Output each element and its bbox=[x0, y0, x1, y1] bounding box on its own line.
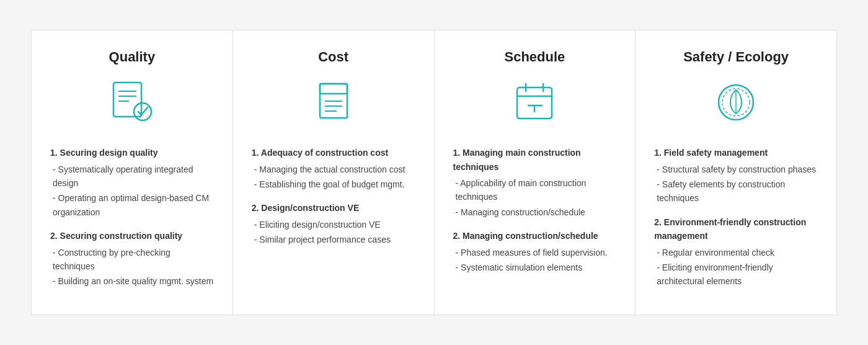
cost-section-2-title: 2. Design/construction VE bbox=[252, 201, 415, 215]
main-container: Quality 1. Securing design quality- Syst… bbox=[31, 30, 837, 315]
quality-title: Quality bbox=[50, 49, 214, 65]
quality-content: 1. Securing design quality- Systematical… bbox=[50, 146, 214, 290]
safety-section-1-title: 1. Field safety management bbox=[654, 146, 818, 159]
cost-section-1-bullet-1: - Managing the actual construction cost bbox=[252, 163, 415, 176]
cost-title: Cost bbox=[252, 49, 415, 65]
cost-content: 1. Adequacy of construction cost- Managi… bbox=[252, 146, 415, 248]
schedule-section-1-bullet-2: - Managing construction/schedule bbox=[453, 205, 617, 219]
schedule-title: Schedule bbox=[453, 49, 617, 65]
quality-section-2-bullet-2: - Building an on-site quality mgmt. syst… bbox=[50, 274, 214, 288]
svg-rect-0 bbox=[113, 83, 141, 117]
schedule-section-2-bullet-1: - Phased measures of field supervision. bbox=[453, 246, 617, 259]
schedule-section-2-bullet-2: - Systematic simulation elements bbox=[453, 261, 617, 274]
cost-section-2-bullet-1: - Eliciting design/construction VE bbox=[252, 218, 415, 231]
cost-section-1-bullet-2: - Establishing the goal of budget mgmt. bbox=[252, 177, 415, 191]
quality-section-1-bullet-2: - Operating an optimal design-based CM o… bbox=[50, 191, 214, 219]
safety-section-2-bullet-1: - Regular environmental check bbox=[654, 246, 818, 259]
quality-section-1-bullet-1: - Systematically operating integrated de… bbox=[50, 163, 214, 190]
safety-section-2-bullet-2: - Eliciting environment-friendly archite… bbox=[654, 261, 818, 289]
column-safety: Safety / Ecology 1. Field safety managem… bbox=[636, 30, 836, 315]
safety-title: Safety / Ecology bbox=[654, 49, 818, 65]
quality-section-1-title: 1. Securing design quality bbox=[50, 146, 214, 159]
schedule-icon bbox=[453, 78, 617, 127]
schedule-section-2-title: 2. Managing construction/schedule bbox=[453, 229, 617, 243]
schedule-section-1-title: 1. Managing main construction techniques bbox=[453, 146, 617, 174]
svg-point-4 bbox=[134, 103, 151, 120]
quality-icon bbox=[50, 78, 214, 127]
cost-icon bbox=[252, 78, 415, 127]
quality-section-2-bullet-1: - Constructing by pre-checking technique… bbox=[50, 246, 214, 274]
cost-section-2-bullet-2: - Similar project performance cases bbox=[252, 233, 415, 246]
quality-section-2-title: 2. Securing construction quality bbox=[50, 229, 214, 243]
cost-section-1-title: 1. Adequacy of construction cost bbox=[252, 146, 415, 159]
safety-section-1-bullet-2: - Safety elements by construction techni… bbox=[654, 177, 818, 205]
svg-rect-10 bbox=[517, 87, 552, 119]
safety-section-2-title: 2. Environment-friendly construction man… bbox=[654, 215, 818, 243]
column-cost: Cost 1. Adequacy of construction cost- M… bbox=[233, 30, 435, 315]
column-schedule: Schedule 1. Managing main construction t… bbox=[435, 30, 636, 315]
schedule-section-1-bullet-1: - Applicability of main construction tec… bbox=[453, 176, 617, 204]
safety-section-1-bullet-1: - Structural safety by construction phas… bbox=[654, 163, 818, 176]
column-quality: Quality 1. Securing design quality- Syst… bbox=[32, 30, 233, 315]
schedule-content: 1. Managing main construction techniques… bbox=[453, 146, 617, 276]
safety-icon bbox=[654, 78, 818, 127]
safety-content: 1. Field safety management- Structural s… bbox=[654, 146, 818, 290]
svg-rect-6 bbox=[320, 84, 347, 94]
